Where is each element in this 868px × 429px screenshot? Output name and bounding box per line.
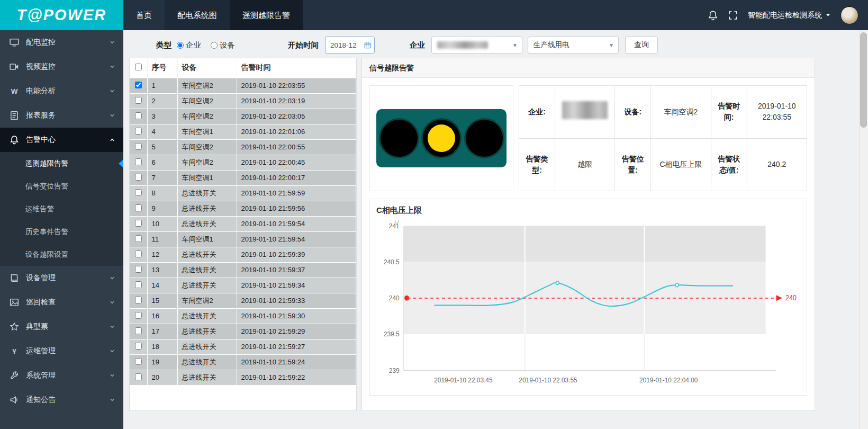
table-row[interactable]: 20总进线开关2019-01-10 21:59:22 (130, 370, 356, 385)
query-button[interactable]: 查询 (625, 37, 658, 53)
table-row[interactable]: 15车间空调22019-01-10 21:59:33 (130, 293, 356, 308)
svg-text:V: V (395, 219, 400, 227)
row-checkbox[interactable] (135, 281, 142, 288)
sidebar-item[interactable]: 视频监控 (0, 55, 123, 79)
sidebar-item-label: 电能分析 (26, 86, 56, 96)
row-checkbox[interactable] (135, 174, 142, 181)
row-checkbox[interactable] (135, 128, 142, 135)
type-radio-device[interactable] (211, 42, 218, 49)
table-row[interactable]: 16总进线开关2019-01-10 21:59:30 (130, 308, 356, 324)
sidebar-subitem[interactable]: 运维告警 (0, 198, 123, 220)
row-checkbox[interactable] (135, 189, 142, 196)
select-all-checkbox[interactable] (135, 64, 142, 70)
notification-bell-icon[interactable] (708, 10, 718, 21)
row-checkbox[interactable] (135, 358, 142, 365)
svg-text:2019-01-10 22:04:00: 2019-01-10 22:04:00 (639, 377, 698, 385)
row-device: 车间空调2 (177, 93, 237, 109)
row-time: 2019-01-10 21:59:37 (237, 262, 356, 278)
row-checkbox[interactable] (135, 220, 142, 227)
row-checkbox[interactable] (135, 112, 142, 119)
sidebar-subitem[interactable]: 信号变位告警 (0, 175, 123, 198)
energy-icon: W (10, 86, 19, 96)
sidebar-item-label: 巡回检查 (26, 298, 56, 307)
row-no: 14 (147, 278, 177, 293)
sidebar-subitem[interactable]: 历史事件告警 (0, 220, 123, 243)
sidebar-item[interactable]: 设备管理 (0, 266, 123, 290)
main-content: 类型 企业 设备 开始时间 企业 ▼ 生产线用电 ▼ 查询 (123, 30, 859, 429)
line-select[interactable]: 生产线用电 ▼ (528, 37, 619, 53)
start-time-input[interactable] (330, 41, 361, 49)
row-time: 2019-01-10 21:59:39 (237, 247, 356, 262)
sidebar-item[interactable]: 配电监控 (0, 30, 123, 55)
sidebar-item[interactable]: 巡回检查 (0, 290, 123, 315)
table-row[interactable]: 19总进线开关2019-01-10 21:59:24 (130, 354, 356, 370)
table-row[interactable]: 18总进线开关2019-01-10 21:59:27 (130, 339, 356, 354)
sidebar-item[interactable]: 告警中心 (0, 128, 123, 152)
submenu: 遥测越限告警信号变位告警运维告警历史事件告警设备越限设置 (0, 152, 123, 266)
sidebar-item[interactable]: 系统管理 (0, 363, 123, 388)
table-row[interactable]: 14总进线开关2019-01-10 21:59:34 (130, 278, 356, 293)
row-checkbox[interactable] (135, 297, 142, 303)
topnav-item[interactable]: 首页 (123, 0, 165, 30)
sidebar-subitem[interactable]: 遥测越限告警 (0, 152, 123, 175)
sidebar-subitem[interactable]: 设备越限设置 (0, 243, 123, 266)
sidebar-item[interactable]: 报表服务 (0, 103, 123, 128)
table-row[interactable]: 7车间空调12019-01-10 22:00:17 (130, 170, 356, 185)
table-row[interactable]: 3车间空调22019-01-10 22:03:05 (130, 109, 356, 124)
row-time: 2019-01-10 22:00:17 (237, 170, 356, 185)
info-label: 设备: (615, 86, 651, 139)
table-row[interactable]: 5车间空调22019-01-10 22:00:55 (130, 139, 356, 155)
type-radio-device-label[interactable]: 设备 (220, 40, 235, 50)
sidebar-item[interactable]: W电能分析 (0, 79, 123, 103)
table-row[interactable]: 13总进线开关2019-01-10 21:59:37 (130, 262, 356, 278)
row-checkbox[interactable] (135, 373, 142, 380)
svg-text:W: W (11, 87, 18, 95)
start-time-input-wrap (325, 37, 375, 53)
table-row[interactable]: 8总进线开关2019-01-10 21:59:59 (130, 185, 356, 201)
table-row[interactable]: 1车间空调22019-01-10 22:03:55 (130, 78, 356, 93)
sidebar-item[interactable]: 典型票 (0, 315, 123, 339)
row-checkbox[interactable] (135, 235, 142, 242)
table-row[interactable]: 9总进线开关2019-01-10 21:59:56 (130, 201, 356, 216)
detail-panel-title: 信号越限告警 (362, 58, 815, 78)
info-label: 告警状态/值: (711, 138, 747, 191)
row-checkbox[interactable] (135, 204, 142, 211)
row-checkbox[interactable] (135, 266, 142, 273)
row-checkbox[interactable] (135, 312, 142, 319)
row-no: 18 (147, 339, 177, 354)
calendar-icon[interactable] (364, 41, 371, 49)
row-checkbox[interactable] (135, 327, 142, 334)
patrol-icon (10, 298, 19, 307)
enterprise-select[interactable]: ▼ (431, 37, 522, 53)
topnav-item[interactable]: 遥测越限告警 (230, 0, 303, 30)
row-checkbox[interactable] (135, 343, 142, 350)
sidebar-item-label: 系统管理 (26, 371, 56, 380)
table-row[interactable]: 17总进线开关2019-01-10 21:59:29 (130, 324, 356, 339)
table-row[interactable]: 12总进线开关2019-01-10 21:59:39 (130, 247, 356, 262)
row-checkbox[interactable] (135, 251, 142, 257)
user-avatar[interactable] (840, 6, 858, 24)
table-row[interactable]: 2车间空调22019-01-10 22:03:19 (130, 93, 356, 109)
type-radio-enterprise-label[interactable]: 企业 (186, 40, 201, 50)
row-device: 车间空调2 (177, 78, 237, 93)
table-row[interactable]: 6车间空调22019-01-10 22:00:45 (130, 155, 356, 170)
row-no: 19 (147, 354, 177, 370)
sidebar: 配电监控视频监控W电能分析报表服务告警中心遥测越限告警信号变位告警运维告警历史事… (0, 30, 123, 429)
row-no: 17 (147, 324, 177, 339)
row-checkbox[interactable] (135, 82, 142, 88)
scrollbar-thumb[interactable] (860, 32, 867, 128)
table-row[interactable]: 11车间空调12019-01-10 21:59:54 (130, 231, 356, 247)
table-row[interactable]: 4车间空调12019-01-10 22:01:06 (130, 124, 356, 139)
sidebar-item-label: 配电监控 (26, 38, 56, 47)
vertical-scrollbar (859, 30, 868, 429)
sidebar-item[interactable]: 通知公告 (0, 388, 123, 412)
row-checkbox[interactable] (135, 97, 142, 104)
sidebar-item[interactable]: ¥运维管理 (0, 339, 123, 363)
system-title-menu[interactable]: 智能配电运检检测系统 (748, 11, 831, 20)
fullscreen-icon[interactable] (728, 10, 738, 21)
row-checkbox[interactable] (135, 158, 142, 165)
type-radio-enterprise[interactable] (177, 42, 184, 49)
row-checkbox[interactable] (135, 143, 142, 150)
table-row[interactable]: 10总进线开关2019-01-10 21:59:54 (130, 216, 356, 231)
topnav-item[interactable]: 配电系统图 (165, 0, 230, 30)
